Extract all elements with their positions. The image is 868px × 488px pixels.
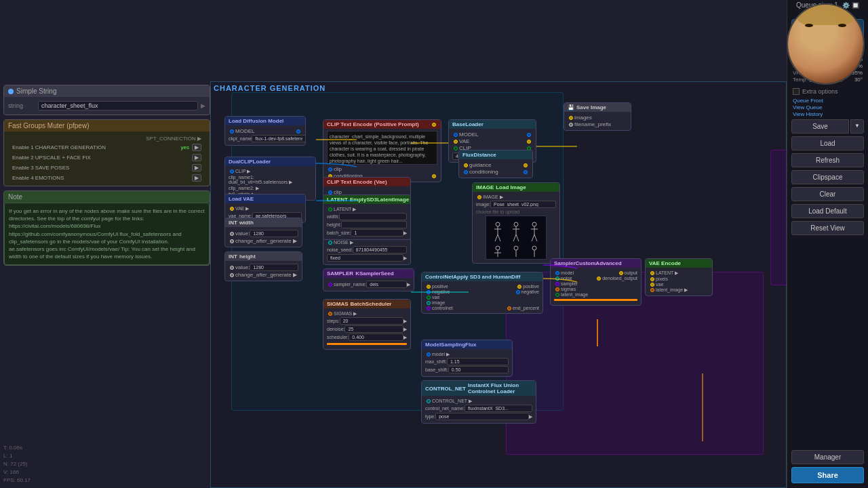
load-button[interactable]: Load [791,136,864,150]
link-view-history[interactable]: View History [793,111,863,117]
fastgroup-toggle-3[interactable]: ▶ [192,164,201,171]
link-queue-front[interactable]: Queue Front [793,98,863,104]
link-view-queue[interactable]: View Queue [793,104,863,110]
group-purple-2 [770,150,787,285]
fastgroup-row-1[interactable]: Enable 1 CHARACTER GENERATION yes ▶ [8,142,205,152]
refresh-button[interactable]: Refresh [791,153,864,167]
save-icon: 💾 [568,104,574,110]
fastgroup-toggle-4[interactable]: ▶ [192,174,201,182]
save-button-group: Save ▼ [791,119,864,134]
node-empty-sd3-header: LATENT EmptySD3LatentImage [323,195,410,204]
save-button[interactable]: Save [791,119,849,134]
right-sidebar: Queue size: 1 ⚙️ 🔲 ✕ Queue Prompt 0% CPU… [787,0,868,488]
node-ksampler-seed[interactable]: SAMPLER KSamplerSeed sampler_name: ▶ [323,268,414,291]
note-header: Note [4,191,210,203]
node-controlnet-apply-header: ControlNetApply SD3 and HumanDiff [422,272,542,281]
simple-string-header: Simple String [4,85,210,97]
note-content: If you get an error in any of the nodes … [4,203,210,265]
node-note: Note If you get an error in any of the n… [3,190,210,266]
node-controlnet-apply[interactable]: ControlNetApply SD3 and HumanDiff positi… [421,272,543,314]
graph-title: CHARACTER GENERATION [214,84,326,92]
node-fast-groups[interactable]: Fast Groups Muter (pfpew) SPT_CONNECTION… [3,119,210,186]
node-height[interactable]: INT height value: change_after_generate … [224,251,302,281]
fastgroup-row-4[interactable]: Enable 4 EMOTIONS ▶ [8,173,205,183]
node-instantx-header: CONTROL_NET InstantX Flux Union Controln… [422,381,536,396]
string-input[interactable] [38,101,198,110]
node-save-image-header: 💾 Save Image [564,103,631,112]
manager-button[interactable]: Manager [791,450,864,464]
node-empty-sd3[interactable]: LATENT EmptySD3LatentImage LATENT ▶ widt… [323,195,411,240]
node-sampler-custom-adv[interactable]: SamplerCustomAdvanced model output noise… [550,258,642,306]
node-batch-scheduler[interactable]: SIGMAS BatchScheduler SIGMAS ▶ steps: ▶ … [323,299,411,350]
node-base-loader-header: BaseLoader [449,120,536,129]
clear-button[interactable]: Clear [791,187,864,201]
fastgroup-toggle-2[interactable]: ▶ [192,154,201,161]
node-load-vae-header: Load VAE [225,195,305,203]
node-simple-string[interactable]: Simple String string ▶ [3,85,210,115]
node-sampler-adv-header: SamplerCustomAdvanced [551,259,641,268]
node-load-image[interactable]: IMAGE Load Image IMAGE ▶ image: choose f… [472,182,560,264]
load-default-button[interactable]: Load Default [791,204,864,218]
node-width[interactable]: INT width value: change_after_generate ▶ [224,218,302,247]
node-ksampler-seed-header: SAMPLER KSamplerSeed [323,269,414,278]
main-canvas: 💾 Save Image images filename_prefix Load… [0,0,787,488]
extra-options-checkbox[interactable] [793,88,800,95]
node-load-image-header: IMAGE Load Image [473,183,559,192]
node-dual-clip-header: DualCLIPLoader [225,157,315,166]
stats-bottom-left: T: 0.06s L: 1 N: 72 (25) V: 166 FPS: 60.… [3,444,31,485]
node-save-image[interactable]: 💾 Save Image images filename_prefix [564,102,631,131]
node-clip-encode-pos[interactable]: CLIP Text Encode (Positive Prompt) chara… [323,119,441,182]
fastgroup-row-3[interactable]: Enable 3 SAVE POSES ▶ [8,163,205,173]
node-vae-encode[interactable]: VAE Encode LATENT ▶ pixels vae latent_im… [645,258,713,296]
node-vae-encode-header: VAE Encode [646,259,712,268]
node-clip-pos-header: CLIP Text Encode (Positive Prompt) [323,120,441,129]
reset-view-button[interactable]: Reset View [791,221,864,235]
extra-options: Extra options [787,86,868,97]
node-width-header: INT width [225,218,302,227]
node-clip-vae-header: CLIP Text Encode (Vae) [323,178,410,186]
node-load-diffusion-header: Load Diffusion Model [225,117,305,125]
node-batch-scheduler-header: SIGMAS BatchScheduler [323,300,410,308]
fast-groups-header: Fast Groups Muter (pfpew) [4,120,210,131]
fastgroup-toggle-1[interactable]: ▶ [192,144,201,151]
node-model-sampling-header: ModelSamplingFlux [422,340,512,349]
save-dropdown[interactable]: ▼ [850,119,864,134]
extra-links: Queue Front View Queue View History [787,97,868,118]
clipspace-button[interactable]: Clipspace [791,170,864,184]
node-instantx-flux[interactable]: CONTROL_NET InstantX Flux Union Controln… [421,380,536,424]
left-panel: Simple String string ▶ Fast Groups Muter… [3,85,210,270]
webcam [787,3,865,85]
fastgroup-row-2[interactable]: Enable 2 UPSCALE + FACE FIX ▶ [8,152,205,163]
node-flux-distance[interactable]: FluxDistance guidance conditioning [458,150,533,178]
node-height-header: INT height [225,252,302,261]
graph-area[interactable]: 💾 Save Image images filename_prefix Load… [210,81,787,488]
node-flux-distance-header: FluxDistance [459,150,532,159]
node-model-sampling-flux[interactable]: ModelSamplingFlux model ▶ max_shift: bas… [421,340,513,377]
node-load-diffusion[interactable]: Load Diffusion Model MODEL ckpt_name [224,116,306,146]
share-button[interactable]: Share [791,467,864,483]
